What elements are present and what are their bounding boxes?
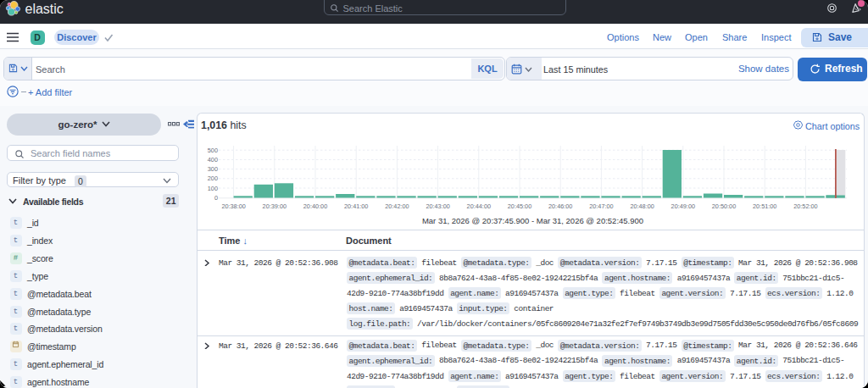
svg-text:20:49:00: 20:49:00 xyxy=(671,202,695,210)
svg-text:20:50:00: 20:50:00 xyxy=(712,202,736,210)
svg-text:20:38:00: 20:38:00 xyxy=(221,202,245,210)
svg-text:20:39:00: 20:39:00 xyxy=(263,202,287,210)
svg-text:200: 200 xyxy=(208,175,218,182)
svg-text:20:47:00: 20:47:00 xyxy=(589,202,613,210)
svg-text:20:52:00: 20:52:00 xyxy=(793,202,817,210)
svg-text:20:43:00: 20:43:00 xyxy=(426,202,449,210)
svg-text:20:40:00: 20:40:00 xyxy=(303,202,327,210)
svg-text:20:45:00: 20:45:00 xyxy=(508,202,531,210)
svg-text:100: 100 xyxy=(208,185,218,192)
svg-text:400: 400 xyxy=(208,156,218,164)
svg-text:20:42:00: 20:42:00 xyxy=(385,202,409,210)
svg-text:20:44:00: 20:44:00 xyxy=(467,202,491,210)
svg-text:20:51:00: 20:51:00 xyxy=(753,202,776,210)
svg-text:500: 500 xyxy=(208,147,218,154)
svg-text:20:41:00: 20:41:00 xyxy=(344,202,368,210)
svg-text:0: 0 xyxy=(214,194,218,202)
svg-text:20:48:00: 20:48:00 xyxy=(630,202,654,210)
svg-text:20:46:00: 20:46:00 xyxy=(548,202,572,210)
svg-text:300: 300 xyxy=(208,165,218,173)
